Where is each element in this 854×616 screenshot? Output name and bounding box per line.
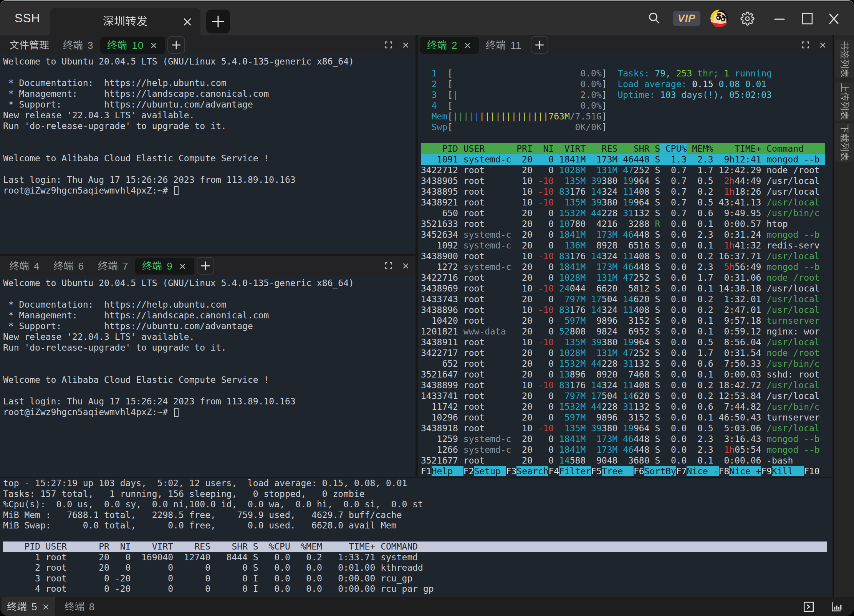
terminal-9-screen[interactable]: Welcome to Ubuntu 20.04.5 LTS (GNU/Linux… bbox=[0, 275, 415, 477]
minimize-button[interactable] bbox=[771, 10, 788, 27]
terminal-line: MiB Swap: 0.0 total, 0.0 free, 0.0 used.… bbox=[3, 520, 832, 531]
terminal-panel-icon[interactable] bbox=[796, 598, 821, 616]
sidebar-item-label bbox=[839, 124, 850, 161]
terminal-line bbox=[3, 142, 415, 153]
vip-badge[interactable]: VIP bbox=[673, 11, 700, 26]
terminal-line: 3438918 root 10 -10 135M 39380 19964 S 0… bbox=[421, 423, 832, 434]
search-icon[interactable] bbox=[646, 10, 663, 27]
terminal-line: New release '22.04.3 LTS' available. bbox=[3, 110, 415, 121]
terminal-line bbox=[3, 385, 415, 396]
tab-close-icon[interactable] bbox=[178, 262, 187, 271]
terminal-2-htop-screen[interactable]: 1 [ 0.0%] Tasks: 79, 253 thr; 1 running … bbox=[418, 55, 832, 477]
avatar[interactable] bbox=[710, 10, 728, 27]
tab-terminal-5[interactable]: 5 bbox=[2, 597, 55, 616]
session-tab-title bbox=[50, 8, 200, 35]
gear-icon[interactable] bbox=[739, 10, 756, 27]
tab-close-icon[interactable] bbox=[41, 603, 50, 611]
pane-bottom: top - 15:27:19 up 103 days, 5:02, 12 use… bbox=[0, 478, 832, 597]
terminal-line: 3521633 root 20 0 10780 4216 3288 R 0.0 … bbox=[421, 219, 832, 229]
terminal-line: MiB Mem : 7688.1 total, 2298.5 free, 759… bbox=[3, 510, 832, 521]
terminal-line: Mem[||||||||||||||||||763M/7.51G] bbox=[421, 111, 832, 122]
tab-label bbox=[142, 260, 162, 272]
terminal-line: Run 'do-release-upgrade' to upgrade to i… bbox=[3, 342, 415, 353]
maximize-button[interactable] bbox=[799, 10, 816, 27]
terminal-line: New release '22.04.3 LTS' available. bbox=[3, 331, 415, 342]
pane-close-icon[interactable] bbox=[398, 37, 413, 53]
terminal-line bbox=[3, 531, 832, 542]
terminal-line: Welcome to Alibaba Cloud Elastic Compute… bbox=[3, 374, 415, 385]
terminal-line: %Cpu(s): 0.0 us, 0.0 sy, 0.0 ni,100.0 id… bbox=[3, 499, 832, 510]
terminal-line: 1433741 root 20 0 797M 17504 14620 S 0.0… bbox=[421, 391, 832, 401]
tab-terminal-7[interactable]: 7 bbox=[91, 258, 135, 275]
terminal-line: 1433743 root 20 0 797M 17504 14620 S 0.0… bbox=[421, 294, 832, 305]
tab-terminal-11[interactable]: 11 bbox=[479, 37, 528, 54]
terminal-line: * Documentation: https://help.ubuntu.com bbox=[3, 78, 415, 88]
titlebar-controls: VIP bbox=[646, 2, 854, 35]
terminal-line: 4 [ 0.0%] bbox=[421, 100, 832, 111]
pane-maximize-icon[interactable] bbox=[381, 37, 396, 53]
tab-terminal-4[interactable]: 4 bbox=[2, 258, 46, 275]
add-tab-button[interactable] bbox=[167, 36, 185, 54]
close-button[interactable] bbox=[826, 10, 842, 27]
tab-label bbox=[9, 260, 29, 272]
terminal-line: 3422716 root 20 0 1028M 131M 47252 S 0.0… bbox=[421, 272, 832, 283]
upload-list-button[interactable] bbox=[835, 82, 854, 121]
terminal-line: * Management: https://landscape.canonica… bbox=[3, 310, 415, 321]
terminal-line: 3438895 root 10 -10 83176 14324 11408 S … bbox=[421, 186, 832, 197]
pane-close-icon[interactable] bbox=[815, 37, 830, 53]
tab-terminal-10[interactable]: 10 bbox=[100, 37, 165, 54]
terminal-5-top-screen[interactable]: top - 15:27:19 up 103 days, 5:02, 12 use… bbox=[0, 478, 832, 597]
tab-label bbox=[53, 260, 73, 272]
new-session-button[interactable] bbox=[206, 10, 230, 33]
htop-selected-row: 1091 systemd-c 20 0 1841M 173M 46448 S 1… bbox=[421, 154, 825, 165]
terminal-10-screen[interactable]: Welcome to Ubuntu 20.04.5 LTS (GNU/Linux… bbox=[0, 55, 415, 254]
terminal-cursor bbox=[174, 408, 179, 417]
tab-terminal-9[interactable]: 9 bbox=[135, 258, 194, 275]
terminal-line: top - 15:27:19 up 103 days, 5:02, 12 use… bbox=[3, 478, 832, 489]
terminal-line: 3438899 root 10 -10 83176 14324 11408 S … bbox=[421, 380, 832, 391]
session-tab-close-icon[interactable] bbox=[179, 13, 196, 30]
pane-maximize-icon[interactable] bbox=[798, 37, 813, 53]
terminal-line: 3438900 root 10 -10 83176 14324 11408 S … bbox=[421, 251, 832, 262]
terminal-line: 1092 systemd-c 20 0 136M 8928 6516 S 0.0… bbox=[421, 240, 832, 251]
download-list-button[interactable] bbox=[835, 123, 854, 162]
terminal-line: root@iZwz9hgcn5aqiewmvhl4pxZ:~# bbox=[3, 185, 415, 196]
add-tab-button[interactable] bbox=[531, 36, 548, 54]
tab-terminal-2[interactable]: 2 bbox=[420, 37, 479, 54]
terminal-line: 1259 systemd-c 20 0 1841M 173M 46448 S 0… bbox=[421, 434, 832, 444]
sidebar-item-label bbox=[839, 83, 850, 120]
tab-close-icon[interactable] bbox=[463, 41, 472, 50]
tab-terminal-8[interactable]: 8 bbox=[59, 597, 100, 616]
terminal-line: 3521677 root 20 0 14588 9048 3680 S 0.0 … bbox=[421, 455, 832, 466]
terminal-line: 1201821 www-data 20 0 52808 9824 6952 S … bbox=[421, 326, 832, 337]
tab-label bbox=[63, 40, 83, 51]
tab-label bbox=[486, 40, 506, 51]
terminal-line: 11742 root 20 0 1532M 44228 31132 S 0.0 … bbox=[421, 401, 832, 412]
terminal-line: Swp[ 0K/0K] bbox=[421, 122, 832, 132]
add-tab-button[interactable] bbox=[197, 257, 214, 275]
pane-top-left: 310 Welcome to Ubuntu 20.04.5 LTS (GNU/L… bbox=[0, 35, 415, 254]
sidebar bbox=[833, 35, 854, 597]
tab-close-icon[interactable] bbox=[149, 41, 158, 50]
tab-terminal-6[interactable]: 6 bbox=[46, 258, 91, 275]
terminal-line: 2 root 20 0 0 0 0 S 0.0 0.0 0:01.00 kthr… bbox=[3, 563, 832, 573]
tab-terminal-3[interactable]: 3 bbox=[56, 37, 100, 54]
chart-panel-icon[interactable] bbox=[824, 598, 849, 616]
session-tab-shenzhen[interactable] bbox=[50, 8, 200, 35]
terminal-line: 3 root 0 -20 0 0 0 I 0.0 0.0 0:00.00 rcu… bbox=[3, 573, 832, 584]
bookmark-list-button[interactable] bbox=[835, 40, 854, 78]
terminal-line: 2 [ 0.0%] Load average: 0.15 0.08 0.01 bbox=[421, 79, 832, 89]
pane-maximize-icon[interactable] bbox=[381, 258, 396, 273]
tab-label bbox=[427, 40, 447, 51]
app-window: SSH VIP bbox=[0, 0, 854, 616]
terminal-line: 10420 root 20 0 597M 9896 3152 S 0.0 0.1… bbox=[421, 315, 832, 326]
tab-file-manager[interactable] bbox=[2, 37, 56, 54]
terminal-line: 1 [ 0.0%] Tasks: 79, 253 thr; 1 running bbox=[421, 68, 832, 79]
pane-close-icon[interactable] bbox=[398, 258, 413, 273]
terminal-line: 3438911 root 10 -10 135M 39380 19964 S 0… bbox=[421, 337, 832, 348]
terminal-cursor bbox=[174, 186, 179, 195]
terminal-line: 4 root 0 -20 0 0 0 I 0.0 0.0 0:00.00 rcu… bbox=[3, 584, 832, 594]
terminal-line: 3438905 root 10 -10 135M 39380 19964 S 0… bbox=[421, 176, 832, 186]
terminal-line: 3 [| 2.0%] Uptime: 103 days(!), 05:02:03 bbox=[421, 89, 832, 100]
tabbar-top-left: 310 bbox=[0, 35, 415, 55]
